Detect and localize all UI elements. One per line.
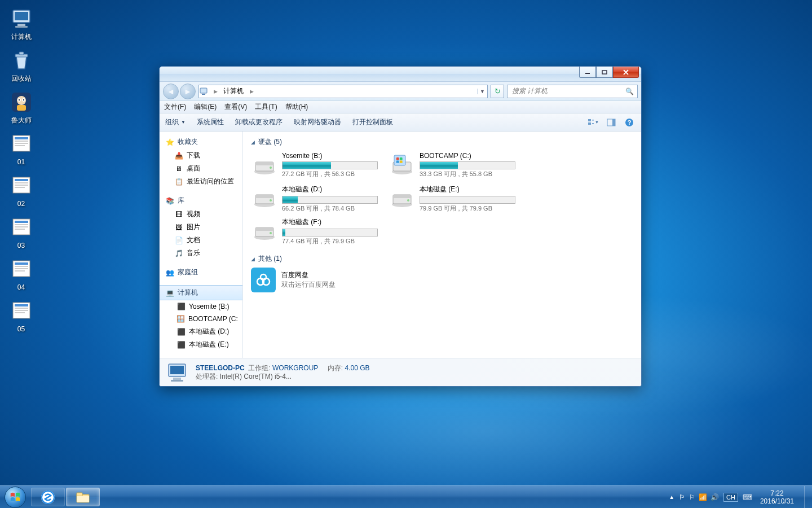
- nav-documents[interactable]: 📄文档: [160, 234, 242, 247]
- svg-rect-63: [393, 195, 411, 198]
- search-input[interactable]: 搜索 计算机 🔍: [507, 85, 638, 98]
- toolbar-uninstall[interactable]: 卸载或更改程序: [235, 117, 283, 127]
- svg-rect-26: [15, 226, 28, 227]
- taskbar-sogou[interactable]: [31, 488, 65, 506]
- language-indicator[interactable]: CH: [723, 493, 738, 502]
- desktop-icon-鲁大师[interactable]: 鲁大师: [0, 86, 42, 128]
- drive-本地磁盘 (D:)[interactable]: 本地磁盘 (D:)66.2 GB 可用 , 共 78.4 GB: [250, 182, 387, 214]
- nav-drive-b[interactable]: ⬛Yosemite (B:): [160, 300, 242, 313]
- menu-help[interactable]: 帮助(H): [285, 102, 308, 112]
- svg-rect-75: [171, 380, 183, 382]
- ime-icon[interactable]: ⌨: [743, 493, 752, 501]
- drive-BOOTCAMP (C:)[interactable]: BOOTCAMP (C:)33.3 GB 可用 , 共 55.8 GB: [387, 149, 525, 182]
- desktop-icon-03[interactable]: 03: [0, 212, 42, 253]
- nav-drive-e[interactable]: ⬛本地磁盘 (E:): [160, 338, 242, 351]
- download-icon: 📥: [174, 151, 183, 160]
- group-hdd-header[interactable]: ◢硬盘 (5): [250, 135, 634, 149]
- svg-rect-67: [255, 227, 273, 231]
- nav-libraries[interactable]: 📚库: [160, 194, 242, 208]
- back-button[interactable]: ◄: [163, 84, 179, 99]
- breadcrumb-computer[interactable]: 计算机: [220, 85, 248, 98]
- computer-icon: [165, 362, 189, 383]
- image-icon: [9, 173, 34, 198]
- svg-point-60: [270, 199, 272, 202]
- menu-tools[interactable]: 工具(T): [255, 102, 277, 112]
- computer-icon: [199, 87, 211, 96]
- preview-pane-button[interactable]: [605, 116, 617, 129]
- svg-rect-30: [15, 266, 28, 267]
- volume-icon[interactable]: 🔊: [710, 493, 719, 501]
- start-button[interactable]: [0, 486, 30, 508]
- drive-Yosemite (B:)[interactable]: Yosemite (B:)27.2 GB 可用 , 共 56.3 GB: [250, 149, 387, 182]
- toolbar-mapdrive[interactable]: 映射网络驱动器: [294, 117, 341, 127]
- desktop-icon-02[interactable]: 02: [0, 170, 42, 212]
- group-other-header[interactable]: ◢其他 (1): [250, 252, 634, 266]
- toolbar-sysprops[interactable]: 系统属性: [197, 117, 224, 127]
- desktop-icon-04[interactable]: 04: [0, 253, 42, 295]
- forward-button[interactable]: ►: [180, 84, 196, 99]
- desktop-icon-01[interactable]: 01: [0, 128, 42, 170]
- taskbar: ▲ 🏳 ⚐ 📶 🔊 CH ⌨ 7:22 2016/10/31: [0, 485, 812, 508]
- close-button[interactable]: [613, 67, 639, 78]
- svg-rect-80: [77, 496, 89, 502]
- address-bar[interactable]: ▶ 计算机 ▶ ▼: [198, 85, 488, 98]
- menu-file[interactable]: 文件(F): [164, 102, 186, 112]
- address-dropdown[interactable]: ▼: [477, 89, 487, 94]
- image-icon: [9, 257, 34, 282]
- nav-pictures[interactable]: 🖼图片: [160, 221, 242, 234]
- pc-name: STEELGOD-PC: [196, 364, 245, 372]
- picture-icon: 🖼: [174, 223, 183, 232]
- nav-recent[interactable]: 📋最近访问的位置: [160, 175, 242, 188]
- maximize-button[interactable]: [596, 67, 613, 78]
- svg-rect-20: [15, 182, 28, 183]
- desktop-icons: 计算机回收站鲁大师0102030405: [0, 0, 45, 340]
- svg-rect-8: [17, 105, 26, 111]
- minimize-button[interactable]: [579, 67, 596, 78]
- tray-overflow[interactable]: ▲: [669, 494, 674, 500]
- refresh-button[interactable]: ↻: [491, 85, 504, 98]
- desktop-icon-05[interactable]: 05: [0, 295, 42, 337]
- nav-drive-c[interactable]: 🪟BOOTCAMP (C:: [160, 313, 242, 325]
- desktop-icon-回收站[interactable]: 回收站: [0, 45, 42, 86]
- other-百度网盘[interactable]: 百度网盘双击运行百度网盘: [250, 266, 387, 294]
- show-desktop-button[interactable]: [804, 486, 810, 508]
- recycle-icon: [9, 48, 34, 73]
- svg-rect-39: [602, 71, 607, 74]
- desktop-icon-计算机[interactable]: 计算机: [0, 3, 42, 45]
- video-icon: 🎞: [174, 210, 183, 219]
- nav-homegroup[interactable]: 👥家庭组: [160, 265, 242, 279]
- view-options-button[interactable]: ▼: [587, 116, 599, 129]
- action-center-icon[interactable]: ⚐: [689, 493, 695, 501]
- nav-video[interactable]: 🎞视频: [160, 208, 242, 221]
- organize-button[interactable]: 组织 ▼: [165, 117, 186, 127]
- nav-downloads[interactable]: 📥下载: [160, 149, 242, 162]
- network-icon[interactable]: 📶: [699, 493, 707, 501]
- hdd-icon: ⬛: [176, 340, 186, 349]
- nav-music[interactable]: 🎵音乐: [160, 247, 242, 260]
- hdd-icon: [251, 183, 277, 209]
- svg-rect-41: [202, 94, 205, 95]
- drive-本地磁盘 (E:)[interactable]: 本地磁盘 (E:)79.9 GB 可用 , 共 79.9 GB: [387, 182, 525, 214]
- menu-edit[interactable]: 编辑(E): [194, 102, 217, 112]
- titlebar[interactable]: [160, 67, 641, 82]
- search-icon: 🔍: [625, 87, 634, 95]
- systray: ▲ 🏳 ⚐ 📶 🔊 CH ⌨ 7:22 2016/10/31: [667, 486, 812, 508]
- svg-rect-56: [394, 155, 405, 165]
- nav-drive-d[interactable]: ⬛本地磁盘 (D:): [160, 325, 242, 338]
- nav-favorites[interactable]: ⭐收藏夹: [160, 135, 242, 149]
- svg-rect-17: [15, 145, 25, 146]
- menu-view[interactable]: 查看(V): [224, 102, 247, 112]
- flag-icon[interactable]: 🏳: [679, 493, 686, 501]
- taskbar-explorer[interactable]: [66, 488, 100, 506]
- help-button[interactable]: ?: [623, 116, 636, 129]
- nav-computer[interactable]: 💻计算机: [160, 285, 242, 300]
- doc-icon: 📄: [174, 236, 183, 245]
- drive-本地磁盘 (F:)[interactable]: 本地磁盘 (F:)77.4 GB 可用 , 共 79.9 GB: [250, 214, 387, 247]
- toolbar-controlpanel[interactable]: 打开控制面板: [352, 117, 393, 127]
- image-icon: [9, 215, 34, 240]
- recent-icon: 📋: [174, 177, 183, 186]
- svg-rect-32: [15, 270, 25, 271]
- clock[interactable]: 7:22 2016/10/31: [757, 489, 797, 505]
- svg-rect-3: [15, 26, 28, 28]
- nav-desktop[interactable]: 🖥桌面: [160, 162, 242, 175]
